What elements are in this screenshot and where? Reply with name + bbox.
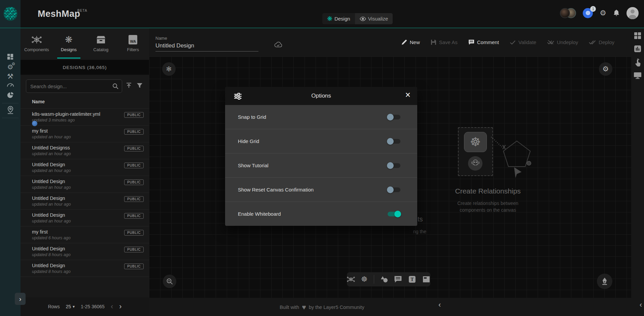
tab-designs[interactable]: ❋ Designs — [53, 28, 85, 59]
tab-designs-label: Designs — [61, 47, 77, 52]
onboarding-component-group: ☸ — [458, 127, 493, 176]
option-row-enable-whiteboard: Enable Whiteboard — [225, 202, 417, 226]
design-name-input[interactable] — [155, 42, 258, 51]
heart-icon: ♥ — [302, 304, 306, 311]
eye-icon — [360, 16, 366, 21]
rail-divider — [2, 118, 19, 118]
zoom-out-button[interactable] — [163, 275, 176, 288]
canvas-settings-flower-button[interactable]: ✻ — [162, 62, 176, 76]
dock-kubernetes-icon[interactable]: ☸ — [361, 276, 368, 283]
configuration-tools-icon[interactable]: ⚒ — [0, 73, 21, 80]
touch-interact-icon[interactable] — [634, 58, 641, 67]
list-header-name: Name — [32, 99, 45, 104]
dock-shapes-icon[interactable] — [380, 276, 388, 283]
mode-toggle: ❋ Design Visualize — [322, 13, 393, 24]
save-as-button[interactable]: Save As — [431, 39, 458, 45]
occluded-card-title-fragment: ts — [418, 215, 423, 223]
occluded-card-description-fragment: ng the — [413, 229, 426, 234]
header-actions: ☸ 1 ⚙ — [560, 7, 639, 19]
search-input[interactable] — [26, 83, 112, 89]
magnifier-minus-icon — [166, 278, 173, 285]
tab-catalog[interactable]: Catalog — [85, 28, 117, 59]
close-icon[interactable]: × — [405, 91, 410, 100]
meshery-mascot-icon — [468, 156, 482, 171]
meshmap-pin-icon[interactable] — [0, 106, 21, 114]
tab-filters[interactable]: WA Filters — [117, 28, 149, 59]
tab-design-label: Design — [334, 16, 350, 22]
rail-expand-handle[interactable]: › — [15, 293, 26, 305]
dock-comment-icon[interactable] — [394, 276, 402, 283]
kubernetes-context-button[interactable]: ☸ 1 — [583, 8, 593, 18]
check-icon — [510, 40, 516, 45]
search-icon[interactable] — [112, 83, 118, 89]
performance-gauge-icon[interactable] — [0, 82, 21, 87]
options-modal-title: Options — [225, 93, 417, 99]
canvas-gear-button[interactable]: ⚙ — [599, 62, 612, 76]
comment-icon — [468, 39, 474, 45]
visibility-badge: PUBLIC — [124, 179, 144, 185]
tab-visualize[interactable]: Visualize — [355, 13, 393, 24]
canvas-topbar: Name New Save As Comment Validate — [149, 28, 644, 57]
tab-design[interactable]: ❋ Design — [322, 13, 355, 24]
panel-tabs: Components ❋ Designs Catalog WA Filters — [21, 28, 149, 59]
visibility-badge: PUBLIC — [124, 230, 144, 236]
rows-label: Rows — [48, 304, 60, 309]
user-avatar[interactable] — [627, 7, 639, 19]
dock-media-icon[interactable] — [422, 276, 430, 283]
visibility-badge: PUBLIC — [124, 247, 144, 252]
pagination-range: 1-25 36065 — [81, 304, 105, 309]
layer5-logo[interactable] — [0, 0, 21, 28]
analytics-icon[interactable] — [634, 45, 642, 53]
design-row[interactable]: Untitled Design updated an hour ago PUBL… — [21, 176, 149, 192]
visibility-badge: PUBLIC — [124, 129, 144, 135]
lifecycle-gears-icon[interactable]: ⚙⚙ — [0, 64, 21, 70]
import-design-icon[interactable] — [126, 82, 132, 89]
kubernetes-context-count-badge: 1 — [590, 6, 596, 12]
onboarding-title: Create Relationships — [455, 187, 521, 195]
design-row[interactable]: k8s-wasm-plugin-ratelimiter.yml updated … — [21, 108, 149, 125]
new-design-button[interactable]: New — [401, 39, 420, 45]
toggle-snap-to-grid[interactable] — [388, 114, 400, 120]
design-row[interactable]: Untitled Design updated 8 hours ago PUBL… — [21, 243, 149, 260]
double-check-icon — [589, 40, 596, 45]
dock-collapse-handle[interactable]: ‹ — [438, 301, 441, 309]
dock-components-icon[interactable] — [347, 275, 355, 283]
right-strip-collapse-handle[interactable]: ‹ — [640, 301, 642, 309]
settings-gear-icon[interactable]: ⚙ — [600, 9, 606, 17]
toggle-enable-whiteboard[interactable] — [388, 211, 400, 217]
design-row[interactable]: Untitled Design updated an hour ago PUBL… — [21, 209, 149, 226]
toggle-show-reset-canvas-confirmation[interactable] — [388, 186, 400, 193]
toggle-hide-grid[interactable] — [388, 138, 400, 145]
rows-per-page-select[interactable]: 25 ▾ — [66, 304, 75, 309]
dashboard-icon[interactable] — [0, 53, 21, 60]
designs-list: k8s-wasm-plugin-ratelimiter.yml updated … — [21, 108, 149, 277]
filter-funnel-icon[interactable] — [136, 82, 143, 89]
comment-button[interactable]: Comment — [468, 39, 499, 45]
design-row[interactable]: Untitled Design updated an hour ago PUBL… — [21, 192, 149, 209]
design-row[interactable]: Untitled Designss updated an hour ago PU… — [21, 142, 149, 159]
options-modal-header: Options × — [225, 87, 417, 105]
undeploy-button[interactable]: Undeploy — [547, 39, 578, 45]
display-monitor-icon[interactable] — [634, 72, 642, 79]
pagination-bar: Rows 25 ▾ 1-25 36065 ‹ › — [21, 297, 149, 316]
widgets-grid-icon[interactable] — [634, 32, 642, 40]
extensions-pie-icon[interactable] — [0, 92, 21, 99]
design-row[interactable]: my first updated 6 hours ago PUBLIC — [21, 226, 149, 243]
option-row-hide-grid: Hide Grid — [225, 129, 417, 153]
design-row[interactable]: my first updated an hour ago PUBLIC — [21, 125, 149, 142]
design-row[interactable]: Untitled Design updated an hour ago PUBL… — [21, 159, 149, 176]
tab-components[interactable]: Components — [21, 28, 53, 59]
svg-text:T: T — [411, 277, 414, 282]
beta-tag: BETA — [77, 9, 87, 12]
visibility-badge: PUBLIC — [124, 163, 144, 168]
toggle-show-tutorial[interactable] — [388, 162, 400, 169]
validate-button[interactable]: Validate — [510, 39, 536, 45]
whiteboard-pen-button[interactable] — [597, 274, 612, 289]
search-box — [26, 79, 122, 93]
design-row[interactable]: Untitled Design updated 8 hours ago PUBL… — [21, 260, 149, 277]
notifications-bell-icon[interactable] — [613, 9, 620, 17]
dock-text-tool-icon[interactable]: T — [408, 275, 416, 283]
footer-credit: Built with ♥ by the Layer5 Community — [280, 304, 364, 311]
canvas-dock: ☸ T — [347, 272, 430, 286]
deploy-button[interactable]: Deploy — [589, 39, 614, 45]
